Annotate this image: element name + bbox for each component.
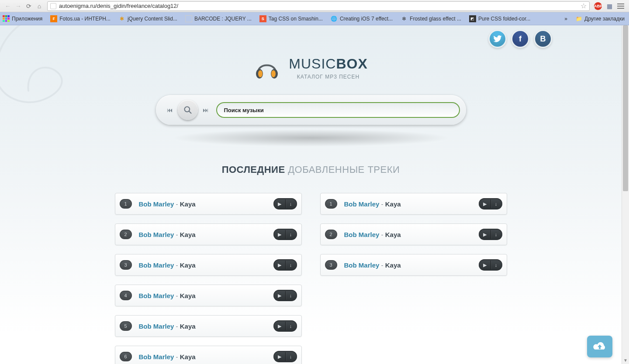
play-button[interactable]: ▶ xyxy=(479,201,491,207)
track-number: 4 xyxy=(120,291,132,300)
tagline: КАТАЛОГ MP3 ПЕСЕН xyxy=(289,74,367,80)
back-button[interactable]: ← xyxy=(3,1,13,11)
track-artist[interactable]: Bob Marley xyxy=(139,261,174,269)
track-artist[interactable]: Bob Marley xyxy=(139,292,174,299)
twitter-button[interactable] xyxy=(488,30,507,48)
bookmark-item[interactable]: ◩Pure CSS folded-cor... xyxy=(469,15,530,22)
svg-point-3 xyxy=(271,70,276,77)
reload-button[interactable]: ⟳ xyxy=(24,1,34,11)
track-row: 2Bob Marley - Kaya▶↓ xyxy=(115,223,302,245)
abp-icon[interactable]: ABP xyxy=(593,1,603,11)
bookmark-item[interactable]: 🌐Creating iOS 7 effect... xyxy=(331,15,393,22)
track-row: 3Bob Marley - Kaya▶↓ xyxy=(115,254,302,276)
url-bar[interactable]: autoenigma.ru/denis_gidin/freelance/cata… xyxy=(47,1,590,11)
track-song: Kaya xyxy=(180,261,196,269)
track-number: 2 xyxy=(120,230,132,239)
download-button[interactable]: ↓ xyxy=(285,262,297,268)
bookmark-item[interactable]: STag CSS on Smashin... xyxy=(259,15,323,22)
download-button[interactable]: ↓ xyxy=(285,293,297,298)
headphones-icon xyxy=(254,57,280,79)
section-title: ПОСЛЕДНИЕ ДОБАВЛЕННЫЕ ТРЕКИ xyxy=(69,164,552,175)
track-label: Bob Marley - Kaya xyxy=(344,231,401,238)
track-number: 3 xyxy=(120,260,132,270)
track-actions: ▶↓ xyxy=(273,229,297,240)
track-artist[interactable]: Bob Marley xyxy=(344,200,380,208)
track-row: 6Bob Marley - Kaya▶↓ xyxy=(115,346,302,364)
bookmark-item[interactable]: ❄Frosted glass effect ... xyxy=(401,15,461,22)
play-button[interactable]: ▶ xyxy=(274,293,285,299)
download-button[interactable]: ↓ xyxy=(285,354,297,359)
track-song: Kaya xyxy=(180,353,196,361)
browser-window: ← → ⟳ ⌂ autoenigma.ru/denis_gidin/freela… xyxy=(0,0,629,364)
forward-button[interactable]: → xyxy=(13,1,24,11)
track-song: Kaya xyxy=(180,292,196,299)
bookmark-item[interactable]: FFotos.ua - ИНТЕРН... xyxy=(50,15,111,22)
viewport: f B MUSICBOX КАТАЛОГ MP3 ПЕСЕН ⏮ xyxy=(0,25,629,364)
track-row: 3Bob Marley - Kaya▶↓ xyxy=(320,254,507,276)
track-label: Bob Marley - Kaya xyxy=(139,231,196,238)
track-number: 1 xyxy=(120,199,132,209)
bookmark-star-icon[interactable]: ☆ xyxy=(581,2,587,10)
track-artist[interactable]: Bob Marley xyxy=(139,200,174,208)
track-song: Kaya xyxy=(180,323,196,330)
track-artist[interactable]: Bob Marley xyxy=(344,231,380,238)
download-button[interactable]: ↓ xyxy=(285,323,297,329)
bookmark-overflow[interactable]: » xyxy=(564,16,567,22)
play-button[interactable]: ▶ xyxy=(479,262,491,268)
favicon-icon: ◩ xyxy=(469,15,476,22)
download-button[interactable]: ↓ xyxy=(285,201,297,206)
track-artist[interactable]: Bob Marley xyxy=(344,261,380,269)
other-bookmarks[interactable]: 📁 Другие закладки xyxy=(575,15,625,22)
download-button[interactable]: ↓ xyxy=(491,232,502,237)
track-song: Kaya xyxy=(385,231,401,238)
track-columns: 1Bob Marley - Kaya▶↓2Bob Marley - Kaya▶↓… xyxy=(69,193,552,364)
scroll-down-icon[interactable]: ▼ xyxy=(622,357,629,364)
track-actions: ▶↓ xyxy=(273,290,297,301)
folder-icon: 📁 xyxy=(575,15,582,22)
bookmark-item[interactable]: BARCODE : JQUERY ... xyxy=(185,15,252,22)
track-row: 1Bob Marley - Kaya▶↓ xyxy=(115,193,302,215)
play-button[interactable]: ▶ xyxy=(274,262,285,268)
play-button[interactable]: ▶ xyxy=(274,323,285,329)
apps-shortcut[interactable]: Приложения xyxy=(3,15,42,22)
track-actions: ▶↓ xyxy=(273,351,297,362)
prev-button[interactable]: ⏮ xyxy=(165,105,175,115)
play-button[interactable]: ▶ xyxy=(274,201,285,207)
download-button[interactable]: ↓ xyxy=(491,201,502,206)
track-artist[interactable]: Bob Marley xyxy=(139,323,174,330)
scroll-thumb[interactable] xyxy=(623,25,628,191)
vk-button[interactable]: B xyxy=(534,30,552,48)
scrollbar[interactable]: ▲ ▼ xyxy=(622,25,629,364)
track-row: 1Bob Marley - Kaya▶↓ xyxy=(320,193,507,215)
search-input[interactable] xyxy=(224,107,452,113)
search-player: ⏮ ⏭ xyxy=(156,95,466,125)
menu-icon[interactable] xyxy=(616,1,626,11)
track-actions: ▶↓ xyxy=(479,259,502,271)
track-artist[interactable]: Bob Marley xyxy=(139,231,174,238)
next-button[interactable]: ⏭ xyxy=(200,105,211,115)
track-label: Bob Marley - Kaya xyxy=(139,353,196,361)
svg-point-2 xyxy=(258,70,263,77)
player-shadow xyxy=(171,129,451,147)
favicon-icon: F xyxy=(50,15,57,22)
search-field[interactable] xyxy=(216,102,460,118)
url-text: autoenigma.ru/denis_gidin/freelance/cata… xyxy=(59,3,178,9)
calendar-icon[interactable]: ▦ xyxy=(605,1,614,11)
track-label: Bob Marley - Kaya xyxy=(344,200,401,208)
download-button[interactable]: ↓ xyxy=(285,232,297,237)
cloud-upload-button[interactable] xyxy=(587,336,612,357)
track-number: 2 xyxy=(325,230,337,239)
download-button[interactable]: ↓ xyxy=(491,262,502,268)
track-artist[interactable]: Bob Marley xyxy=(139,353,174,361)
facebook-button[interactable]: f xyxy=(511,30,529,48)
play-button[interactable]: ▶ xyxy=(479,232,491,237)
home-button[interactable]: ⌂ xyxy=(34,1,45,11)
play-button[interactable]: ▶ xyxy=(274,354,285,360)
track-row: 4Bob Marley - Kaya▶↓ xyxy=(115,285,302,306)
search-button[interactable] xyxy=(178,100,198,120)
track-row: 5Bob Marley - Kaya▶↓ xyxy=(115,315,302,337)
track-number: 3 xyxy=(325,260,337,270)
play-button[interactable]: ▶ xyxy=(274,232,285,237)
bookmarks-bar: Приложения FFotos.ua - ИНТЕРН... ✱jQuery… xyxy=(0,12,629,25)
bookmark-item[interactable]: ✱jQuery Content Slid... xyxy=(118,15,177,22)
